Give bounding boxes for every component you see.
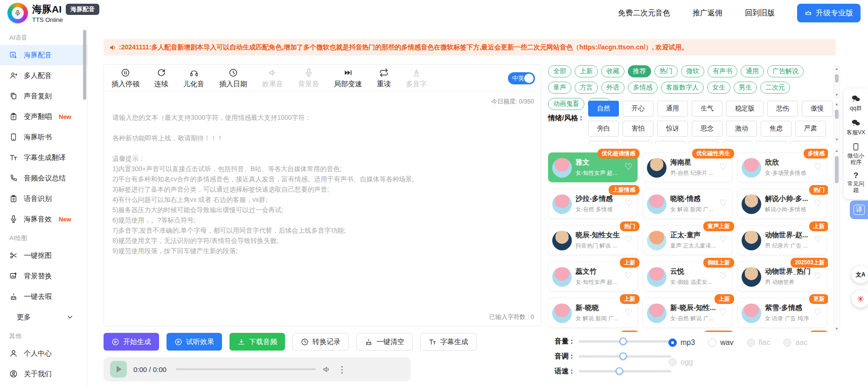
sidebar-item-voice-clone[interactable]: 声音复刻 <box>0 86 87 106</box>
voice-card-dongwushijie-zhao[interactable]: 上新动物世界-赵...男 纪录片 广告 ...♡ <box>737 225 827 255</box>
pitch-slider-knob[interactable] <box>619 352 627 360</box>
sidebar-item-subtitle-translate[interactable]: 字幕生成翻译 <box>0 147 87 168</box>
float-faq[interactable]: ? 常见问题 <box>845 172 867 193</box>
emotion-serious[interactable]: 严肃 <box>795 121 826 137</box>
tag-multi-emotion[interactable]: 多情感 <box>628 82 658 94</box>
sidebar-item-about-us[interactable]: 关于我们 <box>0 364 87 384</box>
translate-button[interactable]: 译 <box>850 200 868 219</box>
nav-referral[interactable]: 推广返佣 <box>693 8 722 18</box>
emotion-clipped[interactable] <box>790 141 819 144</box>
emotion-clipped[interactable] <box>622 141 652 144</box>
heart-icon[interactable]: ♡ <box>814 271 822 280</box>
emotion-natural[interactable]: 自然 <box>588 101 619 117</box>
float-service-vx[interactable]: 客服VX <box>845 118 867 136</box>
heart-icon[interactable]: ♡ <box>814 235 822 244</box>
emotion-anxious[interactable]: 焦虑 <box>761 121 792 137</box>
heart-icon[interactable]: ♡ <box>719 162 727 171</box>
tag-ad-narration[interactable]: 广告解说 <box>767 65 804 77</box>
heart-icon[interactable]: ♡ <box>814 199 822 207</box>
heart-icon[interactable]: ♡ <box>625 199 632 207</box>
emotion-scrollbar[interactable]: ▲▼ <box>833 102 840 143</box>
download-audio-button[interactable]: 下载音频 <box>229 333 285 351</box>
emotion-clipped[interactable] <box>756 141 786 144</box>
sidebar-item-retouch[interactable]: 一键去瑕 <box>0 286 87 307</box>
text-input-placeholder[interactable]: 请输入您的文本（最大支持3000字符，使用情感最大支持1000字符： 各种新功能… <box>104 106 541 256</box>
format-radio-ogg[interactable]: ogg <box>668 358 693 366</box>
voice-card-xiaochen[interactable]: 热门晓辰-知性女生抖音热门 解说 ...♡ <box>548 225 638 255</box>
voice-list-scrollbar[interactable]: ▲▼ <box>833 148 840 332</box>
nav-old-version[interactable]: 回到旧版 <box>745 8 775 18</box>
translate-circle-button[interactable]: 文A <box>852 266 868 283</box>
emotion-general[interactable]: 通用 <box>657 101 688 117</box>
sidebar-item-voice-singing[interactable]: 变声翻唱 New <box>0 106 87 127</box>
sidebar-item-dolphin-dubbing[interactable]: A 海豚配音 <box>0 45 87 65</box>
emotion-arrogant[interactable]: 傲慢 <box>802 101 833 117</box>
heart-icon[interactable]: ♡ <box>814 308 822 317</box>
tag-hot[interactable]: 热门 <box>654 65 678 77</box>
tool-erhua[interactable]: 儿化音 <box>183 68 204 89</box>
volume-slider[interactable] <box>579 340 671 343</box>
tool-effect-sound[interactable]: 效果音 <box>262 68 283 89</box>
tool-background-sound[interactable]: 背景音 <box>298 68 319 89</box>
tag-all[interactable]: 全部 <box>548 65 571 77</box>
player-progress-bar[interactable] <box>176 368 316 370</box>
history-button[interactable]: 转换记录 <box>292 333 349 351</box>
tag-female[interactable]: 女生 <box>707 82 730 94</box>
player-play-button[interactable] <box>110 361 127 378</box>
emotion-clipped[interactable] <box>588 141 618 144</box>
heart-icon[interactable]: ♡ <box>625 271 632 280</box>
emotion-afraid[interactable]: 害怕 <box>623 121 653 137</box>
emotion-clipped[interactable] <box>689 141 719 144</box>
emotion-clipped[interactable] <box>722 141 752 144</box>
sidebar-item-bg-replace[interactable]: 背景替换 <box>0 266 87 286</box>
sidebar-scrollbar-thumb[interactable] <box>83 30 86 100</box>
sidebar-item-dolphin-sound-effects[interactable]: 海豚音效 New <box>0 209 87 229</box>
tool-polyphonic[interactable]: 多音字 <box>406 68 427 89</box>
tag-new[interactable]: 上新 <box>575 65 598 77</box>
sidebar-item-speech-recognition[interactable]: 语音识别 <box>0 188 87 209</box>
volume-icon[interactable] <box>322 365 331 374</box>
voice-card-yunyue[interactable]: 御姐上新云悦女-御姐 温柔女...♡ <box>643 262 732 291</box>
emotion-clipped[interactable] <box>655 141 685 144</box>
sidebar-item-dolphin-audiobook[interactable]: 海豚听书 <box>0 127 87 147</box>
pitch-slider[interactable] <box>579 355 671 358</box>
red-app-button[interactable]: ✳ <box>852 290 868 308</box>
tag-audiobook[interactable]: 有声书 <box>708 65 737 77</box>
heart-icon[interactable]: ♡ <box>719 271 727 280</box>
voice-card-xiaoxiao[interactable]: 晓晓-情感女 解说 新闻 广...♡ <box>643 189 732 219</box>
volume-slider-knob[interactable] <box>619 338 627 345</box>
tool-partial-speed[interactable]: 局部变速 <box>334 68 362 89</box>
heart-icon[interactable]: ♡ <box>814 162 822 171</box>
speed-slider-knob[interactable] <box>616 367 623 375</box>
heart-icon[interactable]: ♡ <box>719 308 727 317</box>
tool-insert-date[interactable]: 插入日期 <box>219 68 247 89</box>
upgrade-pro-button[interactable]: 升级专业版 <box>797 4 861 22</box>
heart-icon[interactable]: ♡ <box>625 235 632 244</box>
emotion-surprised[interactable]: 惊讶 <box>657 121 688 137</box>
emotion-sad[interactable]: 悲伤 <box>767 101 798 117</box>
generate-button[interactable]: 开始生成 <box>104 333 159 351</box>
nav-free-acgn-voices[interactable]: 免费二次元音色 <box>618 8 670 18</box>
tool-continuous[interactable]: 连续 <box>154 68 168 89</box>
preview-button[interactable]: 试听效果 <box>167 333 222 351</box>
voice-card-xin-xiaochen[interactable]: 上新新-晓辰-知性...女-自然 解说 广...♡ <box>643 298 732 328</box>
voice-card-hainanxing[interactable]: 优化磁性男生海南星男-自然 纪录片 ...♡ <box>643 152 732 182</box>
emotion-happy[interactable]: 开心 <box>623 101 653 117</box>
tag-service-avatar[interactable]: 客服数字人 <box>661 82 704 94</box>
voice-card-dongwushijie-hot[interactable]: 202503上新动物世界_热门男 动物世界♡ <box>737 262 827 291</box>
voice-card-yawen[interactable]: 优化超强情感雅文女-知性女声 超...♡ <box>548 152 638 182</box>
tag-dialect[interactable]: 方言 <box>575 82 598 94</box>
voice-card-zixue[interactable]: 更新紫雪-多情感女 语录 广告 纯净♡ <box>737 298 827 328</box>
sidebar-item-cutout[interactable]: 一键抠图 <box>0 245 87 266</box>
voice-card-jieshuoxiaoshuai[interactable]: 热门解说小帅-多...解说小帅-多情感♡ <box>737 189 827 219</box>
heart-icon[interactable]: ♡ <box>719 199 727 207</box>
sidebar-item-personal-center[interactable]: 个人中心 <box>0 343 87 364</box>
heart-icon[interactable]: ♡ <box>719 235 727 244</box>
voice-card-xinxin[interactable]: 多情感欣欣女-多场景多情感♡ <box>737 152 827 182</box>
tag-foreign[interactable]: 外语 <box>601 82 625 94</box>
emotion-narration[interactable]: 旁白 <box>588 121 619 137</box>
voice-card-shala[interactable]: 上新情感沙拉-多情感女-自然 多情感♡ <box>548 189 638 219</box>
format-radio-flac[interactable]: flac <box>747 338 771 347</box>
subtitle-generate-button[interactable]: 字幕生成 <box>420 333 477 351</box>
tag-microsoft[interactable]: 微软 <box>681 65 704 77</box>
